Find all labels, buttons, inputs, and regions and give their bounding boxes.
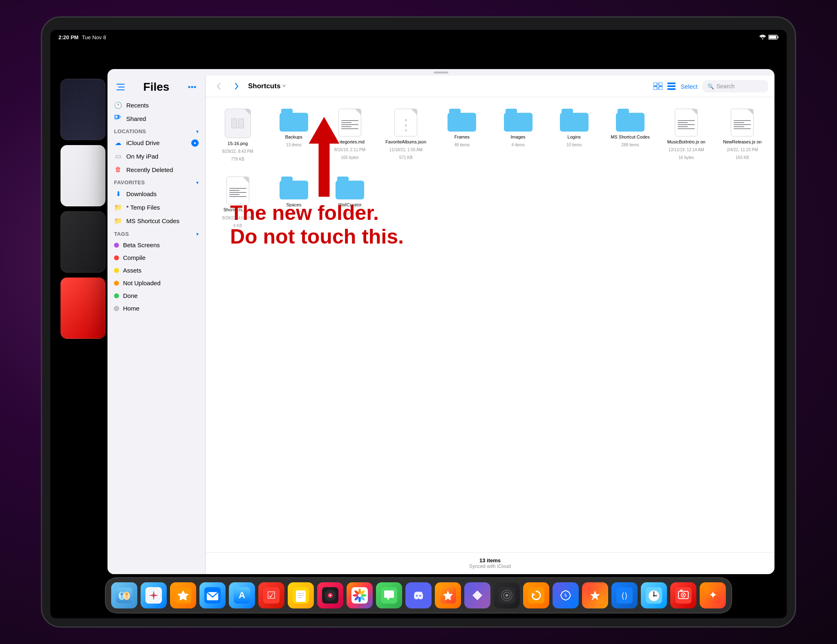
app-preview-4[interactable] <box>60 277 105 339</box>
file-item-fav-albums[interactable]: ≡≡≡ FavoriteAlbums.json 11/18/21, 1:55 A… <box>382 105 430 165</box>
sidebar-tag-compile[interactable]: Compile <box>107 251 205 264</box>
folder-icon-wallcreator <box>336 177 364 199</box>
dock-app-goodlinks[interactable] <box>170 582 196 608</box>
file-name: FavoriteAlbums.json <box>385 139 426 145</box>
dock-app-shortcuts[interactable] <box>553 582 579 608</box>
svg-rect-14 <box>653 83 657 86</box>
dock-app-screenshot[interactable] <box>670 582 696 608</box>
sidebar-toggle-button[interactable] <box>114 80 127 94</box>
sidebar-tag-notuploaded[interactable]: Not Uploaded <box>107 277 205 289</box>
dock-app-backup[interactable] <box>523 582 549 608</box>
sidebar-item-label: MS Shortcut Codes <box>126 217 199 224</box>
app-preview-2[interactable] <box>60 145 105 206</box>
dock-app-mango[interactable] <box>582 582 608 608</box>
tags-chevron[interactable]: ▾ <box>196 231 199 237</box>
tag-dot-green <box>114 293 119 298</box>
file-item-frames-folder[interactable]: Frames 48 items <box>438 105 486 165</box>
tag-label: Done <box>123 292 199 299</box>
file-meta: 2 items <box>287 210 300 216</box>
file-size: 16 bytes <box>678 155 694 160</box>
sidebar-item-ipad[interactable]: ▭ On My iPad <box>107 150 205 163</box>
file-item-categories[interactable]: Categories.md 8/15/19, 2:11 PM 165 bytes <box>326 105 374 165</box>
dock-app-mail[interactable] <box>199 582 226 608</box>
dock-app-timing[interactable] <box>641 582 667 608</box>
svg-rect-73 <box>528 587 544 604</box>
svg-rect-75 <box>557 587 574 604</box>
sidebar-more-button[interactable] <box>186 80 199 94</box>
file-size: 165 bytes <box>341 155 358 160</box>
dock-app-photos[interactable] <box>347 582 373 608</box>
dock-app-safari[interactable] <box>141 582 167 608</box>
back-button[interactable] <box>212 80 225 93</box>
sidebar-tag-done[interactable]: Done <box>107 289 205 302</box>
view-mode-button-1[interactable] <box>653 83 662 90</box>
file-item-spaces-folder[interactable]: Spaces 2 items <box>270 173 318 231</box>
svg-rect-17 <box>659 87 662 90</box>
svg-point-28 <box>125 596 128 599</box>
footer-item-count: 13 items <box>210 557 770 564</box>
sidebar-item-ms-shortcut-codes[interactable]: 📁 MS Shortcut Codes <box>107 214 205 228</box>
file-item-backups-folder[interactable]: Backups 13 items <box>270 105 318 165</box>
sidebar-item-label: * Temp Files <box>126 204 199 211</box>
dock-app-messages[interactable] <box>376 582 402 608</box>
file-item-shortcuts-json[interactable]: Shortcuts.json 9/28/22, 4:07 PM 9 KB <box>214 173 262 231</box>
file-meta: 12/11/19, 12:14 AM <box>669 147 704 152</box>
sidebar-item-icloud[interactable]: ☁ iCloud Drive ● <box>107 136 205 150</box>
dock-app-finder[interactable] <box>111 582 137 608</box>
status-icons <box>759 35 779 40</box>
file-item-ms-shortcut-folder[interactable]: MS Shortcut Codes 288 items <box>606 105 654 165</box>
file-item-images-folder[interactable]: Images 4 items <box>494 105 542 165</box>
icloud-badge: ● <box>191 139 199 147</box>
svg-point-63 <box>416 595 418 597</box>
file-item-wallcreator-folder[interactable]: WallCreator 2 items <box>326 173 374 231</box>
svg-rect-16 <box>659 83 662 86</box>
tags-section-title: Tags <box>114 231 129 237</box>
select-button[interactable]: Select <box>680 83 698 90</box>
folder-icon-frames <box>448 109 476 132</box>
forward-button[interactable] <box>230 80 243 93</box>
locations-chevron[interactable]: ▾ <box>196 129 199 134</box>
file-meta: 9/28/22, 4:07 PM <box>222 215 253 221</box>
sidebar-tag-home[interactable]: Home <box>107 302 205 315</box>
main-content: Shortcuts Select 🔍 Sear <box>206 76 774 574</box>
dock-app-rapidweaver[interactable]: ⟨⟩ <box>611 582 638 608</box>
ms-folder-icon: 📁 <box>114 217 122 225</box>
view-mode-button-2[interactable] <box>667 83 676 90</box>
tag-dot-purple <box>114 243 119 248</box>
file-item-musicbot[interactable]: MusicBotIntro.js on 12/11/19, 12:14 AM 1… <box>662 105 710 165</box>
dock-app-notes[interactable] <box>288 582 314 608</box>
folder-icon-backups <box>280 109 308 132</box>
sidebar-item-tempfiles[interactable]: 📁 * Temp Files <box>107 201 205 214</box>
svg-point-27 <box>125 593 128 596</box>
dock-app-discord[interactable] <box>405 582 432 608</box>
dock-app-touch[interactable] <box>494 582 520 608</box>
window-drag-handle[interactable] <box>434 72 448 74</box>
app-preview-3[interactable] <box>60 211 105 273</box>
sidebar-item-shared[interactable]: Shared <box>107 112 205 125</box>
file-item-newreleases[interactable]: NewReleases.js on 2/4/22, 11:23 PM 163 K… <box>718 105 766 165</box>
file-item-image[interactable]: 15-16.png 8/29/22, 8:43 PM 779 KB <box>214 105 262 165</box>
tag-label: Assets <box>123 267 199 274</box>
dock-app-misc[interactable]: ✦ <box>700 582 726 608</box>
sidebar-tag-assets[interactable]: Assets <box>107 264 205 277</box>
dock-app-reeder[interactable] <box>435 582 461 608</box>
doc-icon-musicbot <box>675 109 698 136</box>
dock-app-reminders[interactable]: ☑ <box>258 582 284 608</box>
sidebar-item-recents[interactable]: 🕐 Recents <box>107 98 205 112</box>
favorites-chevron[interactable]: ▾ <box>196 180 199 186</box>
dock-app-appstore[interactable]: A <box>229 582 255 608</box>
sidebar-item-recently-deleted[interactable]: 🗑 Recently Deleted <box>107 163 205 176</box>
search-bar[interactable]: 🔍 Search <box>703 80 768 92</box>
svg-rect-43 <box>296 590 306 602</box>
breadcrumb-dropdown-icon[interactable] <box>282 83 286 89</box>
svg-point-50 <box>329 595 331 596</box>
app-preview-1[interactable] <box>60 79 105 140</box>
svg-rect-10 <box>115 116 118 118</box>
dock-app-music[interactable] <box>317 582 343 608</box>
file-item-logins-folder[interactable]: Logins 10 items <box>550 105 598 165</box>
sidebar-tag-betascreens[interactable]: Beta Screens <box>107 239 205 251</box>
folder-icon-images <box>504 109 533 132</box>
sidebar-item-downloads[interactable]: ⬇ Downloads <box>107 187 205 201</box>
svg-point-72 <box>506 594 508 597</box>
dock-app-craft[interactable] <box>464 582 490 608</box>
